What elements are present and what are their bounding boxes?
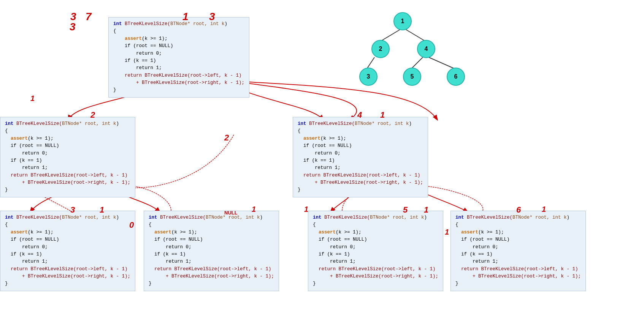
node6-code: int BTreeKLevelSize(BTNode* root, int k)…	[450, 211, 586, 291]
tree-node-n3: 3	[359, 68, 378, 86]
annotation-15: 5	[403, 205, 408, 215]
tree-node-n4: 4	[417, 40, 435, 58]
annotation-19: 1	[542, 205, 546, 214]
annotation-4: 3	[70, 21, 76, 33]
annotation-16: 1	[424, 205, 428, 215]
annotation-9: 1	[380, 110, 385, 120]
main-code: int BTreeKLevelSize(BTNode* root, int k)…	[108, 17, 249, 98]
annotation-8: 4	[357, 110, 362, 120]
tree-node-n5: 5	[403, 68, 421, 86]
null-code: int BTreeKLevelSize(BTNode* root, int k)…	[144, 211, 279, 291]
annotation-12: 0	[129, 220, 134, 230]
annotation-3: 3	[209, 11, 215, 23]
annotation-6: 2	[90, 110, 95, 120]
node3-code: int BTreeKLevelSize(BTNode* root, int k)…	[0, 211, 135, 291]
annotation-14: 1	[304, 205, 308, 214]
svg-line-1	[406, 30, 425, 41]
node2-code: int BTreeKLevelSize(BTNode* root, int k)…	[0, 117, 135, 197]
null-label: NULL	[224, 210, 238, 216]
node4-code: int BTreeKLevelSize(BTNode* root, int k)…	[293, 117, 428, 197]
svg-line-0	[381, 30, 400, 41]
node5-code: int BTreeKLevelSize(BTNode* root, int k)…	[308, 211, 443, 291]
annotation-1: 7	[86, 11, 92, 23]
annotation-18: 6	[516, 205, 521, 215]
annotation-10: 3	[70, 205, 75, 215]
annotation-2: 1	[182, 11, 189, 23]
tree-node-n2: 2	[371, 40, 390, 58]
annotation-11: 1	[100, 205, 104, 215]
annotation-17: 1	[445, 228, 449, 236]
tree-node-n1: 1	[393, 12, 412, 30]
tree-node-n6: 6	[447, 68, 465, 86]
annotation-13: 1	[252, 205, 256, 214]
svg-line-4	[429, 57, 455, 69]
svg-line-2	[367, 57, 374, 69]
annotation-7: 2	[224, 133, 229, 143]
svg-line-3	[411, 57, 423, 69]
annotation-5: 1	[30, 94, 35, 103]
